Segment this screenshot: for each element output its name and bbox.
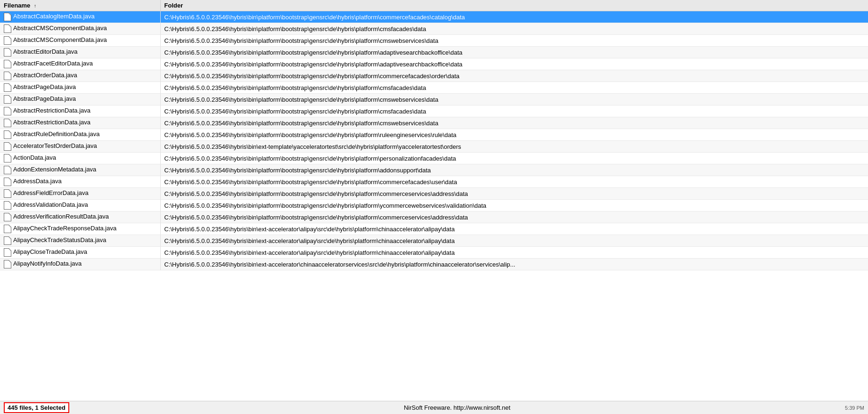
- filename-cell: AddressData.java: [0, 176, 160, 188]
- file-table-container[interactable]: Filename ↑ Folder AbstractCatalogItemDat…: [0, 0, 868, 401]
- java-file-icon: [4, 24, 11, 33]
- folder-cell: C:\Hybris\6.5.0.0.23546\hybris\bin\platf…: [160, 94, 868, 106]
- java-file-icon: [4, 107, 11, 115]
- filename-text: ActionData.java: [13, 154, 56, 161]
- filename-text: AddressFieldErrorData.java: [13, 189, 89, 196]
- filename-cell: AddressFieldErrorData.java: [0, 188, 160, 200]
- filename-cell: AlipayCheckTradeResponseData.java: [0, 223, 160, 235]
- filename-cell: AddonExtensionMetadata.java: [0, 164, 160, 176]
- folder-cell: C:\Hybris\6.5.0.0.23546\hybris\bin\ext-a…: [160, 223, 868, 235]
- filename-cell: AlipayCheckTradeStatusData.java: [0, 235, 160, 247]
- table-row[interactable]: AddressVerificationResultData.javaC:\Hyb…: [0, 211, 868, 223]
- java-file-icon: [4, 178, 11, 186]
- folder-cell: C:\Hybris\6.5.0.0.23546\hybris\bin\platf…: [160, 11, 868, 23]
- filename-text: AbstractFacetEditorData.java: [13, 60, 93, 67]
- table-row[interactable]: AlipayNotifyInfoData.javaC:\Hybris\6.5.0…: [0, 259, 868, 270]
- table-row[interactable]: AbstractPageData.javaC:\Hybris\6.5.0.0.2…: [0, 82, 868, 94]
- table-body: AbstractCatalogItemData.javaC:\Hybris\6.…: [0, 11, 868, 270]
- filename-text: AbstractPageData.java: [13, 83, 76, 90]
- filename-text: AlipayNotifyInfoData.java: [13, 260, 82, 267]
- java-file-icon: [4, 36, 11, 45]
- java-file-icon: [4, 236, 11, 245]
- folder-cell: C:\Hybris\6.5.0.0.23546\hybris\bin\platf…: [160, 200, 868, 211]
- filename-text: AlipayCheckTradeResponseData.java: [13, 225, 116, 232]
- filename-cell: AbstractPageData.java: [0, 94, 160, 106]
- filename-cell: AcceleratorTestOrderData.java: [0, 141, 160, 153]
- filename-text: AddressVerificationResultData.java: [13, 213, 109, 220]
- folder-cell: C:\Hybris\6.5.0.0.23546\hybris\bin\platf…: [160, 164, 868, 176]
- table-row[interactable]: AlipayCloseTradeData.javaC:\Hybris\6.5.0…: [0, 247, 868, 259]
- table-row[interactable]: AbstractRuleDefinitionData.javaC:\Hybris…: [0, 129, 868, 141]
- filename-cell: AlipayCloseTradeData.java: [0, 247, 160, 259]
- java-file-icon: [4, 248, 11, 257]
- table-row[interactable]: AbstractRestrictionData.javaC:\Hybris\6.…: [0, 117, 868, 129]
- table-row[interactable]: AbstractRestrictionData.javaC:\Hybris\6.…: [0, 106, 868, 117]
- folder-cell: C:\Hybris\6.5.0.0.23546\hybris\bin\platf…: [160, 47, 868, 58]
- sort-arrow-icon: ↑: [34, 3, 36, 8]
- java-file-icon: [4, 48, 11, 57]
- folder-cell: C:\Hybris\6.5.0.0.23546\hybris\bin\platf…: [160, 129, 868, 141]
- col-folder-header[interactable]: Folder: [160, 0, 868, 11]
- filename-cell: AbstractCMSComponentData.java: [0, 35, 160, 47]
- filename-cell: AddressVerificationResultData.java: [0, 211, 160, 223]
- filename-text: AlipayCheckTradeStatusData.java: [13, 236, 106, 244]
- filename-text: AbstractOrderData.java: [13, 72, 77, 79]
- table-row[interactable]: AddressFieldErrorData.javaC:\Hybris\6.5.…: [0, 188, 868, 200]
- java-file-icon: [4, 189, 11, 198]
- java-file-icon: [4, 260, 11, 268]
- folder-cell: C:\Hybris\6.5.0.0.23546\hybris\bin\ext-a…: [160, 235, 868, 247]
- filename-cell: AbstractFacetEditorData.java: [0, 58, 160, 70]
- folder-cell: C:\Hybris\6.5.0.0.23546\hybris\bin\ext-t…: [160, 141, 868, 153]
- status-center-text: NirSoft Freeware. http://www.nirsoft.net: [69, 404, 845, 411]
- filename-text: AddressData.java: [13, 178, 62, 185]
- table-row[interactable]: AbstractPageData.javaC:\Hybris\6.5.0.0.2…: [0, 94, 868, 106]
- filename-text: AddressValidationData.java: [13, 201, 88, 208]
- folder-cell: C:\Hybris\6.5.0.0.23546\hybris\bin\platf…: [160, 70, 868, 82]
- status-bar: 445 files, 1 Selected NirSoft Freeware. …: [0, 401, 868, 414]
- filename-cell: AbstractCMSComponentData.java: [0, 23, 160, 35]
- filename-cell: AbstractRestrictionData.java: [0, 117, 160, 129]
- folder-cell: C:\Hybris\6.5.0.0.23546\hybris\bin\platf…: [160, 82, 868, 94]
- filename-text: AbstractCMSComponentData.java: [13, 24, 107, 32]
- table-row[interactable]: AbstractCatalogItemData.javaC:\Hybris\6.…: [0, 11, 868, 23]
- filename-text: AlipayCloseTradeData.java: [13, 248, 87, 255]
- table-row[interactable]: AcceleratorTestOrderData.javaC:\Hybris\6…: [0, 141, 868, 153]
- filename-text: AbstractCatalogItemData.java: [13, 13, 95, 20]
- filename-text: AbstractPageData.java: [13, 95, 76, 102]
- filename-cell: AbstractRuleDefinitionData.java: [0, 129, 160, 141]
- table-row[interactable]: AlipayCheckTradeStatusData.javaC:\Hybris…: [0, 235, 868, 247]
- java-file-icon: [4, 201, 11, 210]
- table-row[interactable]: AddonExtensionMetadata.javaC:\Hybris\6.5…: [0, 164, 868, 176]
- java-file-icon: [4, 95, 11, 104]
- filename-cell: AbstractOrderData.java: [0, 70, 160, 82]
- folder-cell: C:\Hybris\6.5.0.0.23546\hybris\bin\platf…: [160, 153, 868, 164]
- filename-cell: AbstractPageData.java: [0, 82, 160, 94]
- filename-text: AbstractRestrictionData.java: [13, 107, 90, 114]
- java-file-icon: [4, 119, 11, 127]
- filename-cell: AbstractRestrictionData.java: [0, 106, 160, 117]
- folder-cell: C:\Hybris\6.5.0.0.23546\hybris\bin\platf…: [160, 23, 868, 35]
- java-file-icon: [4, 83, 11, 92]
- filename-cell: AlipayNotifyInfoData.java: [0, 259, 160, 270]
- table-row[interactable]: AbstractCMSComponentData.javaC:\Hybris\6…: [0, 23, 868, 35]
- filename-text: AddonExtensionMetadata.java: [13, 166, 96, 173]
- java-file-icon: [4, 13, 11, 21]
- table-row[interactable]: ActionData.javaC:\Hybris\6.5.0.0.23546\h…: [0, 153, 868, 164]
- filename-text: AbstractRuleDefinitionData.java: [13, 130, 100, 138]
- table-row[interactable]: AbstractCMSComponentData.javaC:\Hybris\6…: [0, 35, 868, 47]
- folder-cell: C:\Hybris\6.5.0.0.23546\hybris\bin\platf…: [160, 106, 868, 117]
- table-row[interactable]: AbstractOrderData.javaC:\Hybris\6.5.0.0.…: [0, 70, 868, 82]
- folder-cell: C:\Hybris\6.5.0.0.23546\hybris\bin\platf…: [160, 176, 868, 188]
- table-row[interactable]: AddressValidationData.javaC:\Hybris\6.5.…: [0, 200, 868, 211]
- table-row[interactable]: AbstractEditorData.javaC:\Hybris\6.5.0.0…: [0, 47, 868, 58]
- status-files-selected: 445 files, 1 Selected: [4, 402, 69, 413]
- java-file-icon: [4, 130, 11, 139]
- table-row[interactable]: AlipayCheckTradeResponseData.javaC:\Hybr…: [0, 223, 868, 235]
- table-row[interactable]: AbstractFacetEditorData.javaC:\Hybris\6.…: [0, 58, 868, 70]
- folder-cell: C:\Hybris\6.5.0.0.23546\hybris\bin\platf…: [160, 35, 868, 47]
- table-row[interactable]: AddressData.javaC:\Hybris\6.5.0.0.23546\…: [0, 176, 868, 188]
- folder-cell: C:\Hybris\6.5.0.0.23546\hybris\bin\platf…: [160, 117, 868, 129]
- java-file-icon: [4, 154, 11, 162]
- col-filename-header[interactable]: Filename ↑: [0, 0, 160, 11]
- filename-text: AcceleratorTestOrderData.java: [13, 142, 97, 149]
